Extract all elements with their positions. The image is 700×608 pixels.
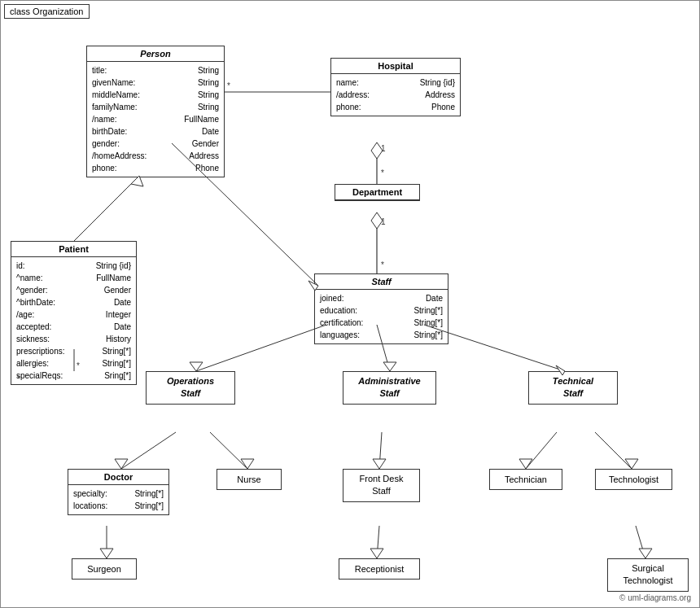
svg-marker-71 xyxy=(100,549,113,558)
front-desk-staff-class: Front DeskStaff xyxy=(343,469,420,502)
department-class: Department xyxy=(335,184,420,201)
doctor-header: Doctor xyxy=(68,470,168,485)
svg-line-64 xyxy=(379,432,382,469)
svg-marker-61 xyxy=(115,459,128,469)
svg-text:*: * xyxy=(227,81,230,90)
diagram-canvas: class Organization * * 1 1 * xyxy=(0,0,700,608)
doctor-body: specialty:String[*] locations:String[*] xyxy=(68,485,168,514)
svg-marker-45 xyxy=(371,142,383,159)
doctor-class: Doctor specialty:String[*] locations:Str… xyxy=(68,469,169,515)
patient-header: Patient xyxy=(11,242,136,257)
operations-staff-header: OperationsStaff xyxy=(150,375,231,400)
staff-header: Staff xyxy=(315,274,448,290)
nurse-class: Nurse xyxy=(217,469,282,490)
svg-line-74 xyxy=(636,526,645,558)
svg-text:*: * xyxy=(381,260,384,269)
svg-marker-73 xyxy=(370,549,383,558)
svg-text:1: 1 xyxy=(381,144,386,153)
svg-text:1: 1 xyxy=(381,217,386,226)
svg-marker-57 xyxy=(383,362,396,371)
svg-line-66 xyxy=(526,432,557,469)
administrative-staff-header: AdministrativeStaff xyxy=(347,375,432,400)
technician-class: Technician xyxy=(489,469,562,490)
hospital-header: Hospital xyxy=(331,59,460,74)
person-header: Person xyxy=(87,46,224,62)
svg-line-40 xyxy=(74,176,139,241)
administrative-staff-class: AdministrativeStaff xyxy=(343,371,436,405)
svg-marker-49 xyxy=(371,212,383,229)
technologist-class: Technologist xyxy=(595,469,672,490)
receptionist-class: Receptionist xyxy=(339,558,420,580)
svg-marker-75 xyxy=(639,549,652,558)
front-desk-staff-header: Front DeskStaff xyxy=(347,473,416,498)
technical-staff-header: TechnicalStaff xyxy=(532,375,614,400)
svg-marker-67 xyxy=(519,459,532,469)
technical-staff-class: TechnicalStaff xyxy=(528,371,618,405)
svg-marker-69 xyxy=(625,459,638,469)
svg-marker-63 xyxy=(241,459,254,469)
operations-staff-class: OperationsStaff xyxy=(146,371,235,405)
person-class: Person title:String givenName:String mid… xyxy=(86,46,225,177)
surgical-technologist-class: SurgicalTechnologist xyxy=(607,558,689,592)
svg-line-54 xyxy=(196,325,326,371)
department-header: Department xyxy=(335,185,419,200)
svg-line-60 xyxy=(121,432,176,469)
staff-class: Staff joined:Date education:String[*] ce… xyxy=(314,273,448,344)
patient-body: id:String {id} ^name:FullName ^gender:Ge… xyxy=(11,257,136,384)
surgical-technologist-header: SurgicalTechnologist xyxy=(611,562,685,588)
svg-line-68 xyxy=(595,432,632,469)
svg-marker-55 xyxy=(190,362,203,371)
hospital-body: name:String {id} /address:Address phone:… xyxy=(331,74,460,116)
svg-line-62 xyxy=(210,432,247,469)
svg-marker-65 xyxy=(373,459,386,469)
copyright: © uml-diagrams.org xyxy=(619,593,691,602)
svg-line-72 xyxy=(377,526,379,558)
surgeon-class: Surgeon xyxy=(72,558,137,580)
hospital-class: Hospital name:String {id} /address:Addre… xyxy=(330,58,461,116)
staff-body: joined:Date education:String[*] certific… xyxy=(315,290,448,343)
person-body: title:String givenName:String middleName… xyxy=(87,62,224,177)
diagram-title: class Organization xyxy=(4,4,90,19)
patient-class: Patient id:String {id} ^name:FullName ^g… xyxy=(11,241,137,385)
svg-text:*: * xyxy=(381,168,384,177)
